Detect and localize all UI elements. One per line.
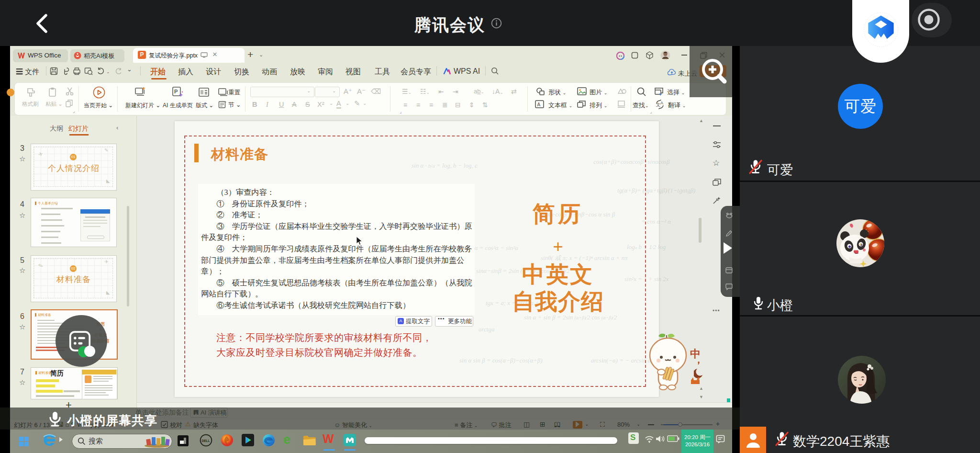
svg-text:DELL: DELL	[202, 439, 210, 442]
svg-text:P: P	[174, 89, 178, 94]
svg-text:A: A	[660, 101, 663, 105]
svg-text:文: 文	[656, 102, 660, 107]
svg-text:A: A	[537, 102, 541, 107]
